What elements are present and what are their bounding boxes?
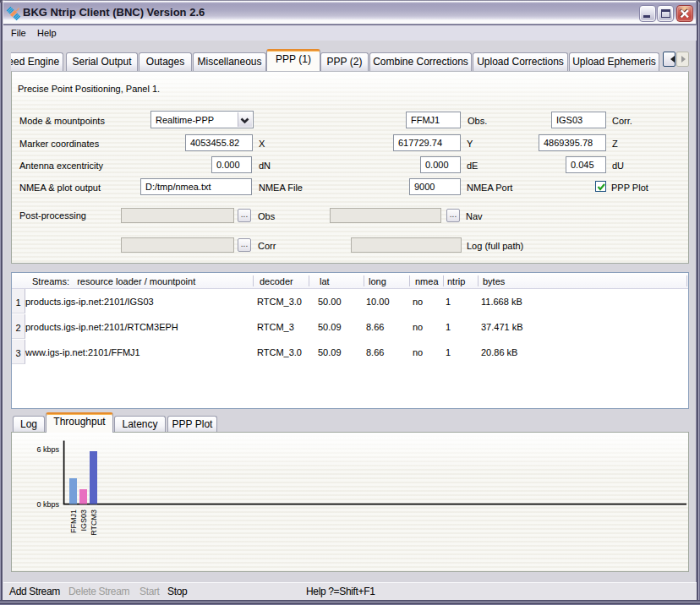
- svg-text:RTCM3: RTCM3: [90, 510, 98, 536]
- svg-text:IGS03: IGS03: [79, 510, 88, 531]
- svg-text:6 kbps: 6 kbps: [36, 445, 59, 454]
- svg-text:0 kbps: 0 kbps: [36, 500, 59, 509]
- svg-text:FFMJ1: FFMJ1: [69, 510, 78, 533]
